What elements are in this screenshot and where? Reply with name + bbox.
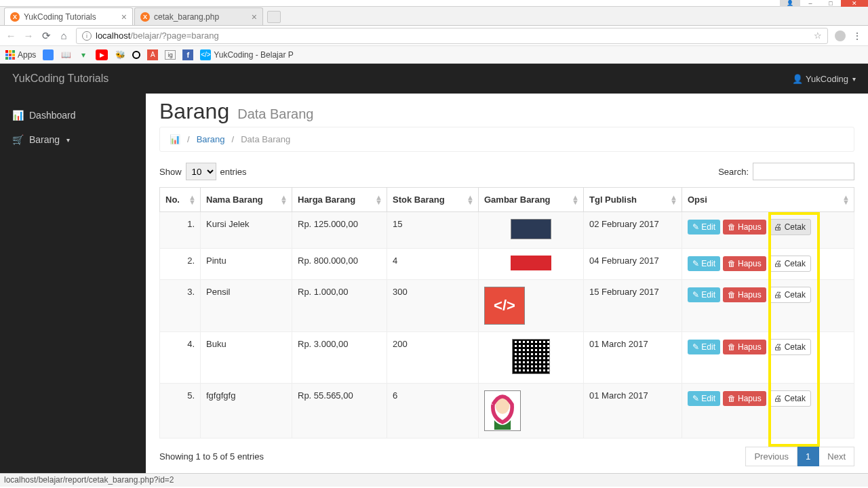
- edit-button[interactable]: ✎ Edit: [688, 256, 720, 271]
- window-user-icon[interactable]: 👤: [780, 0, 800, 7]
- site-info-icon[interactable]: i: [82, 31, 92, 41]
- app-brand[interactable]: YukCoding Tutorials: [12, 73, 108, 85]
- sidebar-item-dashboard[interactable]: 📊 Dashboard: [0, 103, 146, 127]
- edit-button[interactable]: ✎ Edit: [688, 340, 720, 354]
- cell-stok: 300: [387, 280, 479, 332]
- bookmark-item[interactable]: 🐝: [115, 49, 125, 60]
- breadcrumb-link[interactable]: Barang: [197, 134, 225, 144]
- window-minimize[interactable]: –: [800, 0, 821, 7]
- datatable-controls: Show 10 entries Search:: [159, 163, 854, 180]
- cell-no: 5.: [160, 384, 201, 439]
- extension-icon[interactable]: [835, 30, 846, 41]
- col-opsi[interactable]: Opsi▲▼: [682, 188, 854, 212]
- col-tgl[interactable]: Tgl Publish▲▼: [584, 188, 682, 212]
- bookmark-item[interactable]: [132, 51, 140, 59]
- nav-forward-icon[interactable]: →: [23, 30, 34, 41]
- edit-button[interactable]: ✎ Edit: [688, 287, 720, 302]
- nav-back-icon[interactable]: ←: [5, 30, 16, 41]
- dashboard-icon: 📊: [12, 110, 24, 121]
- delete-button[interactable]: 🗑 Hapus: [723, 287, 766, 302]
- apps-shortcut[interactable]: Apps: [5, 50, 36, 60]
- cell-harga: Rp. 3.000,00: [292, 332, 387, 384]
- sidebar-item-barang[interactable]: 🛒 Barang ▾: [0, 127, 146, 152]
- tab-title: YukCoding Tutorials: [24, 12, 96, 22]
- col-nama[interactable]: Nama Barang▲▼: [201, 188, 292, 212]
- tab-close-icon[interactable]: ×: [252, 12, 257, 22]
- tab-title: cetak_barang.php: [154, 12, 219, 22]
- tab-favicon-icon: X: [10, 12, 20, 22]
- print-button[interactable]: 🖨 Cetak: [768, 256, 811, 272]
- bookmark-item[interactable]: [43, 49, 54, 60]
- page-number[interactable]: 1: [797, 447, 819, 466]
- delete-button[interactable]: 🗑 Hapus: [723, 220, 766, 235]
- col-no[interactable]: No.▲▼: [160, 188, 201, 212]
- nav-home-icon[interactable]: ⌂: [58, 30, 69, 41]
- print-button[interactable]: 🖨 Cetak: [768, 287, 811, 303]
- bookmark-item[interactable]: ▶: [96, 49, 108, 60]
- col-gambar[interactable]: Gambar Barang▲▼: [479, 188, 584, 212]
- bookmark-item[interactable]: ig: [165, 50, 176, 60]
- bookmark-item[interactable]: A: [147, 49, 158, 60]
- dashboard-icon[interactable]: 📊: [170, 134, 180, 144]
- bookmark-item[interactable]: f: [182, 49, 193, 60]
- nav-reload-icon[interactable]: ⟳: [41, 30, 52, 41]
- caret-down-icon: ▾: [852, 75, 856, 83]
- url-host: localhost: [96, 30, 130, 41]
- cell-nama: fgfgfgfg: [201, 384, 292, 439]
- cell-no: 4.: [160, 332, 201, 384]
- delete-button[interactable]: 🗑 Hapus: [723, 256, 766, 271]
- print-button[interactable]: 🖨 Cetak: [768, 219, 811, 235]
- sidebar: 📊 Dashboard 🛒 Barang ▾: [0, 94, 146, 473]
- table-row: 5.fgfgfgfgRp. 55.565,00601 March 2017✎ E…: [160, 384, 854, 439]
- window-close[interactable]: ✕: [841, 0, 868, 7]
- sidebar-item-label: Dashboard: [29, 110, 76, 121]
- cell-gambar: [479, 212, 584, 249]
- address-bar[interactable]: i localhost/belajar/?page=barang ☆: [76, 28, 828, 44]
- cell-gambar: [479, 384, 584, 439]
- browser-toolbar: ← → ⟳ ⌂ i localhost/belajar/?page=barang…: [0, 26, 868, 46]
- browser-tab-inactive[interactable]: X cetak_barang.php ×: [134, 7, 263, 25]
- tab-close-icon[interactable]: ×: [121, 12, 127, 22]
- new-tab-button[interactable]: [267, 11, 281, 23]
- cell-tgl: 15 February 2017: [584, 280, 682, 332]
- cell-stok: 4: [387, 249, 479, 280]
- browser-menu-icon[interactable]: ⋮: [852, 30, 863, 41]
- show-label-post: entries: [220, 167, 247, 177]
- item-thumbnail: </>: [484, 287, 525, 325]
- cell-harga: Rp. 800.000,00: [292, 249, 387, 280]
- show-label-pre: Show: [159, 167, 182, 177]
- col-stok[interactable]: Stok Barang▲▼: [387, 188, 479, 212]
- cell-nama: Pensil: [201, 280, 292, 332]
- bookmark-star-icon[interactable]: ☆: [814, 30, 822, 41]
- delete-button[interactable]: 🗑 Hapus: [723, 391, 766, 406]
- edit-button[interactable]: ✎ Edit: [688, 220, 720, 235]
- table-row: 3.PensilRp. 1.000,00300</>15 February 20…: [160, 280, 854, 332]
- cell-nama: Kursi Jelek: [201, 212, 292, 249]
- item-thumbnail: [511, 256, 551, 270]
- app-body: 📊 Dashboard 🛒 Barang ▾ Barang Data Baran…: [0, 94, 868, 473]
- cart-icon: 🛒: [12, 134, 24, 145]
- print-button[interactable]: 🖨 Cetak: [768, 339, 811, 355]
- datatable-info: Showing 1 to 5 of 5 entries: [159, 451, 264, 462]
- entries-select-group: Show 10 entries: [159, 163, 247, 180]
- bookmark-label: YukCoding - Belajar P: [214, 50, 293, 60]
- bookmark-item[interactable]: 📖: [60, 49, 71, 60]
- user-menu[interactable]: 👤 YukCoding ▾: [792, 74, 856, 84]
- col-harga[interactable]: Harga Barang▲▼: [292, 188, 387, 212]
- bookmark-item[interactable]: ▾: [78, 49, 89, 60]
- bookmark-item[interactable]: </>YukCoding - Belajar P: [200, 49, 293, 60]
- table-row: 1.Kursi JelekRp. 125.000,001502 February…: [160, 212, 854, 249]
- window-maximize[interactable]: □: [821, 0, 841, 7]
- entries-select[interactable]: 10: [186, 163, 216, 180]
- cell-nama: Buku: [201, 332, 292, 384]
- browser-tab-active[interactable]: X YukCoding Tutorials ×: [4, 7, 133, 25]
- page-next[interactable]: Next: [819, 447, 854, 466]
- sidebar-item-label: Barang: [29, 134, 60, 145]
- delete-button[interactable]: 🗑 Hapus: [723, 340, 766, 354]
- table-row: 4.BukuRp. 3.000,0020001 March 2017✎ Edit…: [160, 332, 854, 384]
- breadcrumb-current: Data Barang: [241, 134, 290, 144]
- page-prev[interactable]: Previous: [745, 447, 797, 466]
- print-button[interactable]: 🖨 Cetak: [768, 390, 811, 407]
- search-input[interactable]: [753, 163, 854, 180]
- edit-button[interactable]: ✎ Edit: [688, 391, 720, 406]
